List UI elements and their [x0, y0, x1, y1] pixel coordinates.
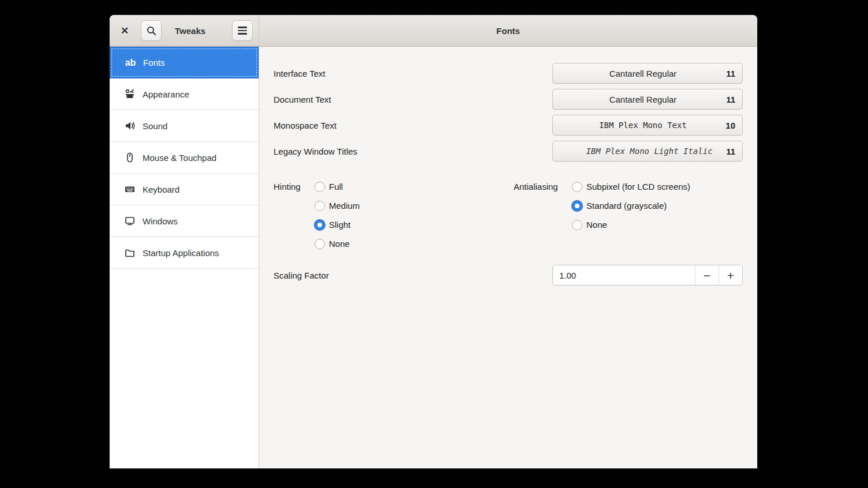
document-text-font-button[interactable]: Cantarell Regular 11 — [552, 89, 743, 110]
scaling-factor-label: Scaling Factor — [274, 271, 329, 280]
scaling-factor-input[interactable] — [553, 265, 695, 285]
tweaks-window: ✕ Tweaks Fonts ab Fonts — [110, 15, 757, 468]
sidebar-item-fonts[interactable]: ab Fonts — [110, 47, 259, 78]
rendering-options: Hinting Full Medium Slight — [274, 177, 743, 253]
sidebar-item-appearance[interactable]: Appearance — [110, 78, 259, 110]
plus-icon: + — [727, 269, 734, 281]
scaling-increase-button[interactable]: + — [719, 265, 742, 285]
ab-fonts-icon: ab — [125, 58, 136, 67]
scaling-factor-row: Scaling Factor − + — [274, 265, 743, 286]
page-title: Fonts — [496, 26, 520, 36]
mouse-icon — [125, 152, 135, 163]
hinting-label: Hinting — [274, 177, 315, 196]
interface-text-label: Interface Text — [274, 69, 326, 78]
antialiasing-group: Antialiasing Subpixel (for LCD screens) … — [514, 177, 690, 253]
sidebar: ab Fonts Appearance Sound Mouse & Touch — [110, 47, 259, 468]
interface-text-font-button[interactable]: Cantarell Regular 11 — [552, 63, 743, 84]
hamburger-menu-icon — [238, 27, 247, 35]
scaling-factor-spinbutton: − + — [552, 265, 743, 286]
sidebar-item-windows[interactable]: Windows — [110, 205, 259, 237]
app-title: Tweaks — [175, 26, 205, 36]
fonts-page: Interface Text Cantarell Regular 11 Docu… — [259, 47, 757, 468]
radio-unselected-icon — [315, 201, 325, 211]
antialiasing-option-standard[interactable]: Standard (grayscale) — [572, 196, 690, 215]
scaling-decrease-button[interactable]: − — [695, 265, 719, 285]
legacy-window-titles-font-button[interactable]: IBM Plex Mono Light Italic 11 — [552, 141, 743, 162]
close-button[interactable]: ✕ — [116, 22, 133, 39]
sidebar-item-startup-applications[interactable]: Startup Applications — [110, 237, 259, 269]
sidebar-item-sound[interactable]: Sound — [110, 110, 259, 142]
keyboard-icon — [125, 184, 135, 194]
header-left: ✕ Tweaks — [110, 15, 259, 46]
interface-text-row: Interface Text Cantarell Regular 11 — [274, 63, 743, 84]
document-text-row: Document Text Cantarell Regular 11 — [274, 89, 743, 110]
appearance-icon — [125, 89, 135, 99]
monospace-text-label: Monospace Text — [274, 121, 336, 130]
antialiasing-option-subpixel[interactable]: Subpixel (for LCD screens) — [572, 177, 690, 196]
hinting-option-none[interactable]: None — [315, 234, 360, 253]
search-icon — [147, 26, 156, 36]
document-text-label: Document Text — [274, 95, 331, 104]
sidebar-item-keyboard[interactable]: Keyboard — [110, 174, 259, 205]
startup-applications-icon — [125, 247, 135, 258]
radio-selected-icon — [315, 220, 325, 230]
radio-unselected-icon — [572, 182, 582, 192]
windows-icon — [125, 216, 135, 226]
legacy-window-titles-row: Legacy Window Titles IBM Plex Mono Light… — [274, 141, 743, 162]
radio-unselected-icon — [315, 182, 325, 192]
hinting-group: Hinting Full Medium Slight — [274, 177, 514, 253]
antialiasing-option-none[interactable]: None — [572, 215, 690, 234]
monospace-text-font-button[interactable]: IBM Plex Mono Text 10 — [552, 115, 743, 136]
radio-unselected-icon — [572, 220, 582, 230]
search-button[interactable] — [141, 20, 162, 41]
sidebar-item-mouse-touchpad[interactable]: Mouse & Touchpad — [110, 142, 259, 174]
hinting-option-full[interactable]: Full — [315, 177, 360, 196]
close-icon: ✕ — [121, 25, 129, 37]
minus-icon: − — [704, 269, 710, 281]
legacy-window-titles-label: Legacy Window Titles — [274, 147, 357, 156]
radio-unselected-icon — [315, 239, 325, 249]
header-bar: ✕ Tweaks Fonts — [110, 15, 757, 47]
antialiasing-label: Antialiasing — [514, 177, 572, 196]
hinting-option-medium[interactable]: Medium — [315, 196, 360, 215]
hinting-option-slight[interactable]: Slight — [315, 215, 360, 234]
header-right: Fonts — [259, 15, 757, 46]
primary-menu-button[interactable] — [232, 20, 253, 41]
sound-icon — [125, 121, 135, 131]
radio-selected-icon — [572, 201, 582, 211]
monospace-text-row: Monospace Text IBM Plex Mono Text 10 — [274, 115, 743, 136]
